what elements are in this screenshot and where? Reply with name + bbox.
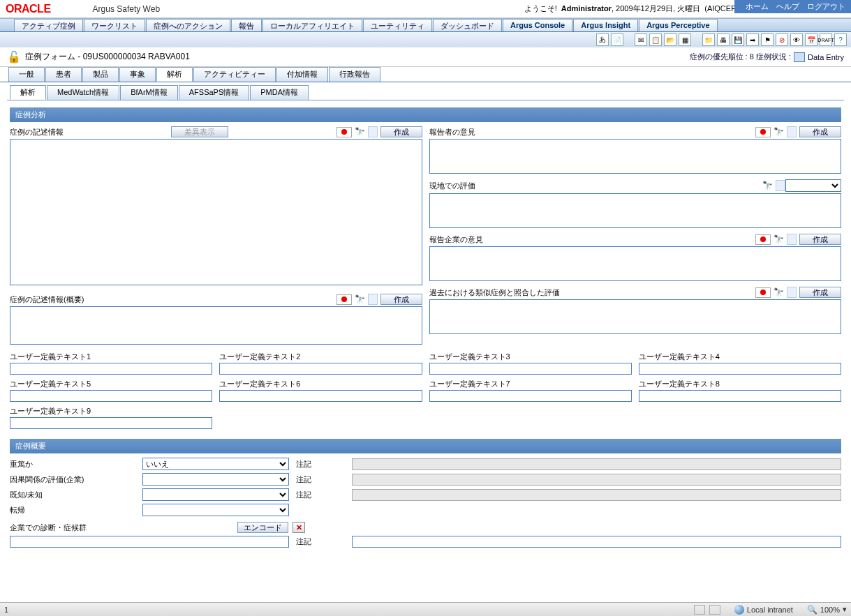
zoom-control[interactable]: 🔍 100% ▾ [807, 605, 847, 615]
note-icon[interactable]: 📋 [649, 33, 662, 46]
user-text-input-6[interactable] [219, 390, 422, 402]
binoculars-icon-3[interactable]: 🔭 [774, 127, 784, 137]
note-page-icon-5[interactable] [787, 234, 797, 245]
note-page-icon-4[interactable] [776, 180, 785, 191]
diff-display-button[interactable]: 差異表示 [171, 126, 228, 137]
app-title: Argus Safety Web [93, 4, 161, 14]
doc-icon[interactable]: 📄 [611, 33, 623, 46]
binoculars-icon-5[interactable]: 🔭 [774, 234, 784, 244]
narrative-textarea[interactable] [10, 139, 422, 285]
binoculars-icon[interactable]: 🔭 [355, 127, 365, 137]
export-icon[interactable]: ➡ [746, 33, 759, 46]
user-text-input-2[interactable] [219, 363, 422, 375]
jp-flag-icon-5[interactable] [755, 287, 771, 298]
grid-icon[interactable]: ▦ [679, 33, 691, 46]
note-input-4[interactable] [352, 536, 841, 548]
mail-icon[interactable]: ✉ [635, 33, 647, 46]
lang-icon[interactable]: あ [596, 33, 609, 46]
listedness-select[interactable] [142, 488, 289, 501]
user-text-input-1[interactable] [10, 363, 212, 375]
main-tab-8[interactable]: Argus Insight [573, 19, 638, 31]
main-tab-4[interactable]: ローカルアフィリエイト [262, 19, 362, 31]
outcome-select[interactable] [142, 504, 289, 516]
similar-cases-textarea[interactable] [429, 299, 842, 334]
note-label-4: 注記 [296, 536, 345, 547]
save-icon[interactable]: 💾 [732, 33, 744, 46]
case-tab-付加情報[interactable]: 付加情報 [276, 67, 328, 82]
causality-select[interactable] [142, 473, 289, 486]
analysis-tab-PMDA情報[interactable]: PMDA情報 [250, 85, 309, 100]
user-text-input-9[interactable] [10, 417, 212, 429]
home-link[interactable]: ホーム [746, 2, 769, 10]
analysis-tab-MedWatch情報[interactable]: MedWatch情報 [47, 85, 119, 100]
case-tab-行政報告[interactable]: 行政報告 [329, 67, 380, 82]
folder-open-icon[interactable]: 📂 [664, 33, 676, 46]
serious-select[interactable]: いいえ [142, 458, 289, 470]
note-page-icon-6[interactable] [787, 287, 797, 298]
user-text-input-8[interactable] [639, 390, 841, 402]
create-button-narrative[interactable]: 作成 [380, 126, 422, 137]
note-input-3[interactable] [352, 489, 841, 501]
create-button-company[interactable]: 作成 [799, 234, 841, 245]
local-eval-select[interactable] [785, 179, 841, 192]
user-text-input-4[interactable] [639, 363, 841, 375]
find-icon[interactable]: 👁 [790, 33, 803, 46]
note-input-1[interactable] [352, 458, 841, 470]
main-tab-7[interactable]: Argus Console [503, 19, 572, 31]
jp-flag-icon-4[interactable] [755, 234, 771, 245]
user-text-input-3[interactable] [429, 363, 632, 375]
jp-flag-icon-3[interactable] [755, 127, 771, 137]
create-button-reporter[interactable]: 作成 [799, 126, 841, 137]
user-text-input-5[interactable] [10, 390, 212, 402]
status-print-icon[interactable] [794, 52, 805, 62]
note-input-2[interactable] [352, 474, 841, 486]
note-page-icon-3[interactable] [787, 126, 797, 137]
binoculars-icon-6[interactable]: 🔭 [774, 287, 784, 297]
create-button-similar[interactable]: 作成 [799, 287, 841, 298]
case-tab-解析[interactable]: 解析 [156, 67, 193, 82]
case-tab-事象[interactable]: 事象 [119, 67, 156, 82]
user-text-input-7[interactable] [429, 390, 632, 402]
main-tab-2[interactable]: 症例へのアクション [146, 19, 230, 31]
binoculars-icon-4[interactable]: 🔭 [762, 181, 773, 190]
draft-icon[interactable]: DRAFT [820, 33, 832, 46]
main-tab-6[interactable]: ダッシュボード [433, 19, 502, 31]
case-tab-アクティビティー[interactable]: アクティビティー [193, 67, 276, 82]
main-tab-0[interactable]: アクティブ症例 [14, 19, 83, 31]
binoculars-icon-2[interactable]: 🔭 [355, 294, 365, 304]
local-eval-textarea[interactable] [429, 193, 842, 228]
note-page-icon[interactable] [368, 126, 378, 137]
clear-button[interactable]: ✕ [293, 522, 305, 533]
analysis-tab-解析[interactable]: 解析 [10, 85, 46, 100]
analysis-tab-BfArM情報[interactable]: BfArM情報 [120, 85, 178, 100]
reporter-opinion-textarea[interactable] [429, 139, 842, 174]
help-icon[interactable]: ? [834, 33, 847, 46]
diagnosis-input[interactable] [10, 536, 289, 548]
folder-icon[interactable]: 📁 [702, 33, 715, 46]
listedness-label: 既知/未知 [10, 490, 135, 500]
jp-flag-icon-2[interactable] [336, 294, 352, 305]
case-tab-患者[interactable]: 患者 [45, 67, 82, 82]
case-tab-一般[interactable]: 一般 [8, 67, 45, 82]
case-tab-製品[interactable]: 製品 [82, 67, 119, 82]
main-tab-9[interactable]: Argus Perceptive [639, 19, 717, 31]
create-button-summary[interactable]: 作成 [380, 294, 422, 305]
zoom-dropdown-icon[interactable]: ▾ [843, 605, 847, 614]
encode-button[interactable]: エンコード [237, 522, 288, 533]
calendar-icon[interactable]: 📅 [805, 33, 817, 46]
print-icon[interactable]: 🖶 [717, 33, 730, 46]
note-page-icon-2[interactable] [368, 294, 378, 305]
stop-icon[interactable]: ⊘ [776, 33, 788, 46]
help-link[interactable]: ヘルプ [776, 2, 799, 10]
logout-link[interactable]: ログアウト [807, 2, 845, 10]
main-tab-3[interactable]: 報告 [231, 19, 262, 31]
narrative-summary-textarea[interactable] [10, 306, 422, 345]
similar-cases-label: 過去における類似症例と照合した評価 [429, 287, 560, 298]
main-tab-1[interactable]: ワークリスト [84, 19, 145, 31]
flag-icon[interactable]: ⚑ [761, 33, 774, 46]
main-tab-5[interactable]: ユーティリティ [363, 19, 432, 31]
analysis-tab-AFSSaPS情報[interactable]: AFSSaPS情報 [179, 85, 250, 100]
page-number: 1 [4, 606, 8, 614]
jp-flag-icon[interactable] [336, 127, 352, 137]
company-opinion-textarea[interactable] [429, 246, 842, 281]
